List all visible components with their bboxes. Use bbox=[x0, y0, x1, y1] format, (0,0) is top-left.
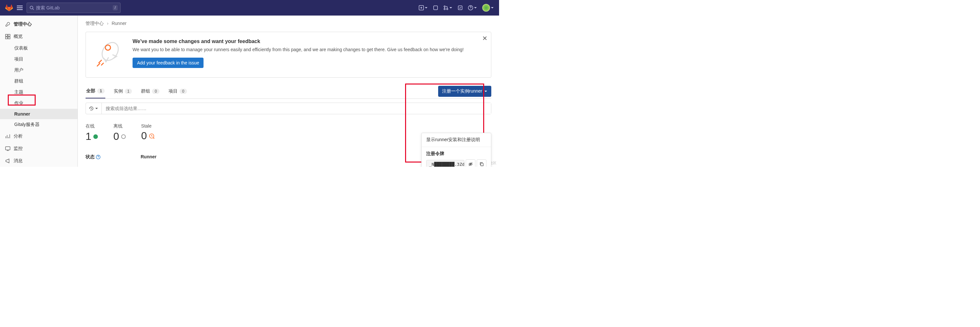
sidebar-analytics[interactable]: 分析 bbox=[0, 130, 78, 143]
tab-instance[interactable]: 实例 1 bbox=[113, 84, 133, 98]
todos-icon[interactable] bbox=[458, 5, 463, 10]
megaphone-icon bbox=[5, 158, 10, 164]
chevron-down-icon bbox=[484, 90, 487, 93]
sidebar-item-runner[interactable]: Runner bbox=[0, 109, 78, 119]
rocket-icon bbox=[92, 38, 125, 71]
sidebar-overview-label: 概览 bbox=[14, 34, 23, 40]
copy-icon bbox=[479, 162, 484, 167]
svg-point-23 bbox=[99, 40, 121, 63]
global-search[interactable]: / bbox=[27, 3, 121, 13]
th-status: 状态 bbox=[86, 154, 95, 160]
content: 管理中心 › Runner We've made some changes an… bbox=[78, 16, 499, 167]
hamburger-icon[interactable] bbox=[17, 5, 23, 11]
svg-rect-11 bbox=[5, 34, 8, 36]
user-avatar[interactable] bbox=[482, 4, 494, 12]
dropdown-token-label: 注册令牌 bbox=[426, 151, 487, 157]
svg-rect-13 bbox=[5, 37, 8, 39]
svg-rect-14 bbox=[8, 37, 10, 39]
svg-rect-15 bbox=[5, 147, 10, 150]
breadcrumb-current: Runner bbox=[111, 21, 126, 26]
copy-token-button[interactable] bbox=[477, 159, 487, 167]
search-input[interactable] bbox=[36, 5, 113, 10]
issues-icon[interactable] bbox=[433, 5, 438, 10]
offline-ring-icon bbox=[121, 134, 126, 139]
stat-stale: Stale 0 bbox=[141, 123, 155, 143]
svg-rect-0 bbox=[17, 5, 23, 6]
stat-online: 在线 1 bbox=[86, 123, 98, 143]
breadcrumb-root[interactable]: 管理中心 bbox=[86, 21, 104, 26]
chevron-down-icon bbox=[95, 107, 98, 110]
banner-title: We've made some changes and want your fe… bbox=[132, 38, 485, 44]
sidebar: 管理中心 概览 仪表板 项目 用户 群组 主题 作业 Runner Gitaly… bbox=[0, 16, 78, 167]
breadcrumb: 管理中心 › Runner bbox=[86, 21, 491, 27]
svg-point-6 bbox=[444, 6, 445, 7]
history-button[interactable] bbox=[86, 103, 102, 114]
close-icon[interactable] bbox=[482, 36, 487, 41]
banner-text: We want you to be able to manage your ru… bbox=[132, 46, 485, 53]
help-circle-icon[interactable] bbox=[96, 155, 100, 159]
sidebar-monitor[interactable]: 监控 bbox=[0, 143, 78, 155]
sidebar-overview[interactable]: 概览 bbox=[0, 30, 78, 43]
search-kbd-hint: / bbox=[113, 5, 118, 10]
gitlab-logo-icon[interactable] bbox=[5, 4, 13, 12]
merge-requests-icon[interactable] bbox=[443, 5, 452, 10]
online-dot-icon bbox=[93, 134, 98, 139]
sidebar-header[interactable]: 管理中心 bbox=[0, 18, 78, 30]
sidebar-item-users[interactable]: 用户 bbox=[0, 65, 78, 76]
sidebar-item-themes[interactable]: 主题 bbox=[0, 87, 78, 98]
svg-point-8 bbox=[447, 8, 448, 10]
svg-rect-1 bbox=[17, 8, 23, 8]
dropdown-show-install[interactable]: 显示runner安装和注册说明 bbox=[422, 133, 491, 147]
svg-point-3 bbox=[30, 6, 33, 9]
register-runner-button[interactable]: 注册一个实例runner bbox=[438, 86, 491, 97]
sidebar-item-dashboard[interactable]: 仪表板 bbox=[0, 43, 78, 54]
help-icon[interactable] bbox=[468, 5, 477, 10]
plus-icon[interactable] bbox=[419, 5, 428, 10]
toggle-visibility-button[interactable] bbox=[466, 159, 476, 167]
chevron-right-icon: › bbox=[107, 21, 108, 26]
svg-point-7 bbox=[444, 8, 445, 10]
token-value: _N████████.3Zd bbox=[426, 160, 465, 167]
svg-rect-28 bbox=[480, 163, 483, 166]
svg-point-24 bbox=[105, 45, 110, 50]
sidebar-item-jobs[interactable]: 作业 bbox=[0, 98, 78, 109]
eye-off-icon bbox=[468, 162, 473, 167]
sidebar-item-groups[interactable]: 群组 bbox=[0, 76, 78, 87]
tab-group[interactable]: 群组 0 bbox=[140, 84, 160, 98]
tab-all[interactable]: 全部 1 bbox=[86, 84, 105, 98]
tabs: 全部 1 实例 1 群组 0 项目 0 bbox=[86, 84, 188, 98]
stat-offline: 离线 0 bbox=[113, 123, 126, 143]
wrench-icon bbox=[5, 22, 10, 27]
sidebar-messages[interactable]: 消息 bbox=[0, 155, 78, 167]
analytics-icon bbox=[5, 134, 10, 139]
stale-clock-icon bbox=[149, 133, 154, 139]
history-icon bbox=[89, 106, 94, 111]
overview-icon bbox=[5, 34, 10, 39]
filter-input[interactable] bbox=[102, 103, 491, 114]
register-dropdown: 显示runner安装和注册说明 注册令牌 _N████████.3Zd 重置注册… bbox=[421, 133, 491, 167]
filter-bar bbox=[86, 103, 491, 114]
feedback-button[interactable]: Add your feedback in the issue bbox=[132, 58, 204, 68]
topbar: / bbox=[0, 0, 499, 16]
monitor-icon bbox=[5, 146, 10, 151]
sidebar-item-projects[interactable]: 项目 bbox=[0, 54, 78, 65]
th-runner: Runner bbox=[141, 154, 156, 160]
svg-rect-5 bbox=[434, 6, 438, 10]
tab-project[interactable]: 项目 0 bbox=[168, 84, 188, 98]
feedback-banner: We've made some changes and want your fe… bbox=[86, 32, 491, 78]
svg-rect-2 bbox=[17, 10, 23, 10]
sidebar-item-gitaly[interactable]: Gitaly服务器 bbox=[0, 119, 78, 130]
svg-rect-12 bbox=[8, 34, 10, 36]
sidebar-header-label: 管理中心 bbox=[14, 21, 32, 27]
